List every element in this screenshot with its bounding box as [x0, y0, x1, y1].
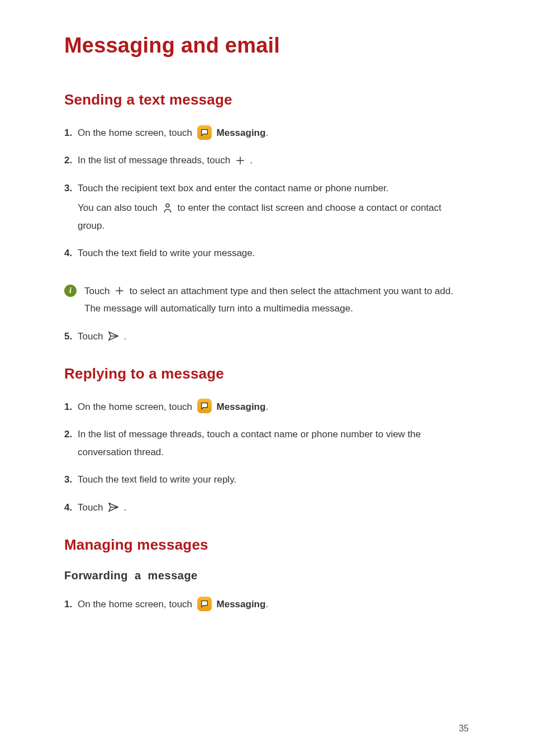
messaging-app-icon: [197, 597, 212, 611]
steps-replying: 1. On the home screen, touch Messaging. …: [64, 398, 469, 516]
messaging-app-icon: [197, 125, 212, 140]
subsection-heading-forwarding: Forwarding a message: [64, 569, 469, 582]
step-text: .: [265, 401, 268, 412]
note-text: to select an attachment type and then se…: [84, 286, 453, 314]
app-name: Messaging: [217, 401, 266, 412]
step-item: 4. Touch .: [64, 499, 469, 516]
step-text: Touch the recipient text box and enter t…: [78, 183, 389, 193]
step-text: You can also touch: [78, 202, 160, 213]
plus-icon: [235, 155, 245, 166]
step-item: 4. Touch the text field to write your me…: [64, 244, 469, 262]
step-number: 4.: [64, 499, 72, 516]
steps-forwarding: 1. On the home screen, touch Messaging.: [64, 596, 469, 613]
step-item: 3. Touch the text field to write your re…: [64, 471, 469, 488]
steps-sending: 1. On the home screen, touch Messaging. …: [64, 124, 469, 262]
step-subtext: You can also touch to enter the contact …: [78, 199, 469, 234]
step-number: 4.: [64, 244, 72, 262]
step-number: 1.: [64, 596, 72, 613]
section-heading-managing: Managing messages: [64, 536, 469, 554]
step-item: 5. Touch .: [64, 328, 469, 345]
step-text: Touch the text field to write your messa…: [78, 248, 255, 258]
info-note: i Touch to select an attachment type and…: [64, 282, 469, 318]
step-text: On the home screen, touch: [78, 599, 195, 609]
step-text: .: [124, 331, 127, 342]
step-item: 3. Touch the recipient text box and ente…: [64, 179, 469, 234]
messaging-app-icon: [197, 399, 212, 413]
step-item: 2. In the list of message threads, touch…: [64, 152, 469, 169]
step-text: In the list of message threads, touch: [78, 155, 233, 166]
step-number: 3.: [64, 179, 72, 197]
step-number: 1.: [64, 124, 72, 141]
info-icon: i: [64, 285, 77, 297]
step-item: 1. On the home screen, touch Messaging.: [64, 398, 469, 415]
svg-point-2: [166, 204, 169, 207]
step-text: On the home screen, touch: [78, 401, 195, 412]
step-number: 2.: [64, 426, 72, 443]
step-number: 1.: [64, 398, 72, 415]
document-page: Messaging and email Sending a text messa…: [0, 0, 533, 756]
step-item: 1. On the home screen, touch Messaging.: [64, 124, 469, 141]
step-number: 5.: [64, 328, 72, 345]
plus-icon: [115, 286, 125, 296]
page-title: Messaging and email: [64, 34, 469, 58]
note-body: Touch to select an attachment type and t…: [84, 282, 469, 318]
step-text: In the list of message threads, touch a …: [78, 429, 421, 457]
step-text: .: [250, 155, 253, 166]
step-number: 2.: [64, 152, 72, 169]
section-heading-replying: Replying to a message: [64, 365, 469, 382]
step-text: .: [124, 502, 127, 513]
contact-icon: [163, 202, 173, 214]
section-heading-sending: Sending a text message: [64, 91, 469, 108]
app-name: Messaging: [217, 599, 266, 609]
step-item: 1. On the home screen, touch Messaging.: [64, 596, 469, 613]
steps-sending-cont: 5. Touch .: [64, 328, 469, 345]
app-name: Messaging: [217, 127, 266, 138]
page-number: 35: [459, 724, 469, 734]
step-text: .: [265, 127, 268, 138]
step-number: 3.: [64, 471, 72, 488]
send-icon: [108, 502, 119, 512]
note-text: Touch: [84, 286, 112, 296]
step-text: Touch: [78, 502, 106, 513]
step-item: 2. In the list of message threads, touch…: [64, 426, 469, 461]
step-text: On the home screen, touch: [78, 127, 195, 138]
step-text: .: [265, 599, 268, 609]
send-icon: [108, 331, 119, 341]
step-text: Touch the text field to write your reply…: [78, 474, 236, 485]
step-text: Touch: [78, 331, 106, 342]
